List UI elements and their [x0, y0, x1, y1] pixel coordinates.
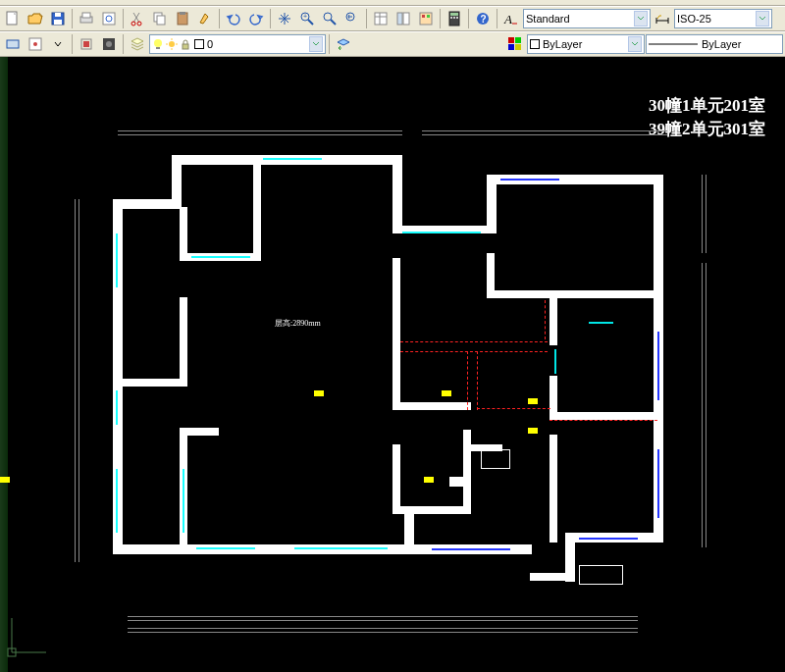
svg-rect-25 [420, 13, 432, 25]
svg-point-46 [154, 39, 162, 47]
wall [121, 379, 187, 387]
fixture [579, 565, 623, 585]
dim-style-icon[interactable] [652, 8, 673, 29]
pan-icon[interactable] [274, 8, 295, 29]
drawing-area[interactable]: 30幢1单元201室 39幢2单元301室 [0, 57, 785, 672]
svg-rect-29 [450, 13, 458, 16]
svg-point-45 [106, 41, 112, 47]
door-marker [579, 538, 638, 540]
hidden-line [477, 408, 550, 409]
zoom-realtime-icon[interactable]: + [296, 8, 318, 29]
chevron-down-icon[interactable] [756, 11, 769, 26]
svg-rect-47 [156, 47, 160, 49]
color-control-icon[interactable] [504, 33, 526, 55]
text-style-combo[interactable]: Standard [523, 9, 651, 28]
save-icon[interactable] [47, 8, 69, 29]
chevron-down-icon[interactable] [628, 36, 642, 52]
svg-rect-43 [83, 41, 89, 47]
svg-point-48 [169, 41, 175, 47]
door-marker [432, 548, 510, 550]
layer-color-swatch [194, 39, 204, 49]
window-marker [116, 469, 118, 533]
window-marker [116, 390, 118, 425]
svg-rect-53 [183, 44, 188, 49]
hidden-line [467, 351, 468, 410]
drawing-title-1: 30幢1单元201室 [649, 94, 765, 117]
plot-icon[interactable] [76, 8, 97, 29]
dim-line [422, 130, 667, 131]
svg-point-17 [324, 13, 332, 21]
layer-name: 0 [207, 38, 213, 50]
svg-text:+: + [303, 13, 307, 20]
window-marker [263, 158, 322, 160]
svg-rect-39 [7, 40, 19, 48]
tag-marker [528, 398, 538, 404]
door-marker [657, 332, 659, 400]
dim-line [702, 175, 703, 253]
match-icon[interactable] [194, 8, 216, 29]
wall [392, 258, 400, 410]
svg-rect-20 [375, 13, 387, 25]
text-style-value: Standard [526, 13, 570, 25]
wall [180, 428, 219, 436]
dim-line [75, 199, 76, 562]
open-icon[interactable] [25, 8, 46, 29]
chevron-down-icon[interactable] [634, 11, 648, 26]
door-marker [657, 449, 659, 518]
render-icon[interactable] [98, 33, 120, 55]
linetype-preview [649, 40, 698, 48]
toolbar-layers: 0 ByLayer ByLayer [0, 31, 785, 57]
wall [113, 544, 412, 554]
preview-icon[interactable] [98, 8, 120, 29]
help-icon[interactable]: ? [472, 8, 494, 29]
design-center-icon[interactable] [392, 8, 414, 29]
linetype-combo[interactable]: ByLayer [646, 34, 783, 54]
wall [654, 175, 663, 292]
sun-icon [166, 38, 178, 50]
window-marker [294, 547, 388, 549]
svg-rect-56 [508, 44, 514, 50]
properties-icon[interactable] [370, 8, 392, 29]
hidden-line [545, 300, 546, 339]
zoom-window-icon[interactable] [319, 8, 340, 29]
svg-rect-27 [427, 15, 430, 18]
color-value: ByLayer [543, 38, 582, 50]
svg-rect-5 [82, 13, 90, 18]
svg-rect-55 [515, 37, 521, 43]
tag-marker [442, 390, 451, 396]
osnap-icon[interactable] [76, 33, 97, 55]
cut-icon[interactable] [127, 8, 148, 29]
paste-icon[interactable] [172, 8, 193, 29]
zoom-previous-icon[interactable] [341, 8, 363, 29]
window-marker [116, 233, 118, 287]
dim-line [128, 616, 638, 617]
hidden-line [477, 351, 478, 410]
svg-rect-3 [54, 20, 62, 25]
svg-rect-24 [403, 13, 409, 25]
svg-line-18 [331, 20, 336, 25]
undo-icon[interactable] [223, 8, 244, 29]
tb2-icon-2[interactable] [25, 33, 46, 55]
copy-icon[interactable] [149, 8, 171, 29]
color-combo[interactable]: ByLayer [527, 34, 645, 54]
calculator-icon[interactable] [444, 8, 465, 29]
dim-line [118, 134, 402, 135]
tool-palette-icon[interactable] [415, 8, 437, 29]
layer-combo[interactable]: 0 [149, 34, 326, 54]
new-icon[interactable] [2, 8, 24, 29]
bulb-on-icon [152, 38, 164, 50]
layer-manager-icon[interactable] [127, 33, 148, 55]
svg-rect-6 [103, 13, 115, 25]
layer-prev-icon[interactable] [333, 33, 354, 55]
redo-icon[interactable] [245, 8, 267, 29]
wall [392, 506, 471, 514]
text-style-icon[interactable]: A [500, 8, 522, 29]
chevron-down-icon[interactable] [309, 36, 323, 52]
hidden-line [550, 420, 657, 421]
chevron-down-icon[interactable] [47, 33, 69, 55]
wall [487, 290, 663, 298]
dim-line [706, 175, 706, 253]
dim-style-combo[interactable]: ISO-25 [674, 9, 772, 28]
svg-point-41 [33, 42, 37, 46]
tb2-icon-1[interactable] [2, 33, 24, 55]
